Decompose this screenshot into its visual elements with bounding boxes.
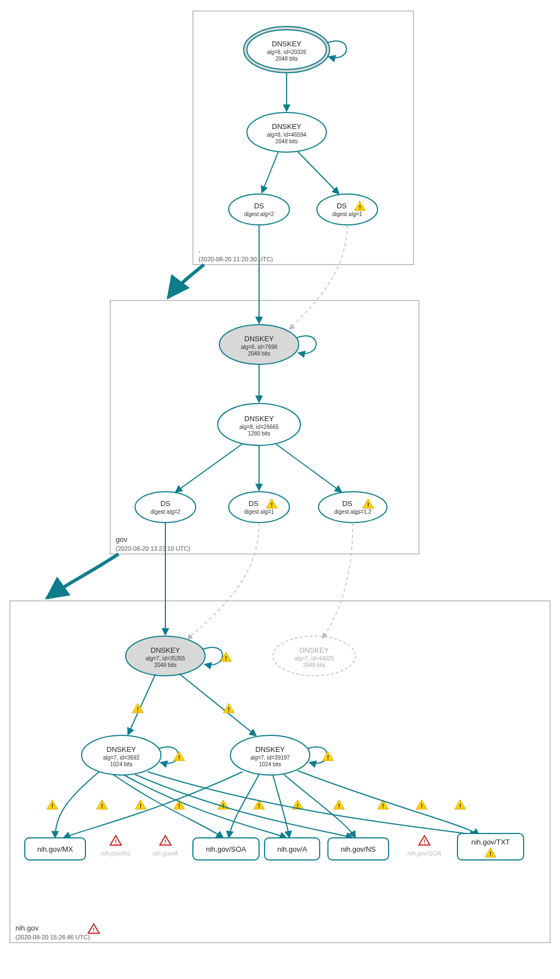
svg-text:2048 bits: 2048 bits <box>303 662 326 668</box>
svg-point-33 <box>319 492 387 523</box>
record-soa-ghost: nih.gov/SOA <box>407 836 441 857</box>
record-ns: nih.gov/NS <box>328 838 389 860</box>
svg-text:nih.gov/SOA: nih.gov/SOA <box>407 850 441 857</box>
svg-text:digest alg=1: digest alg=1 <box>332 211 363 217</box>
svg-text:2048 bits: 2048 bits <box>276 56 298 62</box>
err-icon <box>419 836 430 845</box>
svg-text:nih.gov/MX: nih.gov/MX <box>37 845 73 853</box>
svg-text:DNSKEY: DNSKEY <box>272 122 301 131</box>
svg-text:2048 bits: 2048 bits <box>276 138 298 144</box>
node-nih-zsk2: DNSKEY alg=7, id=39197 1024 bits <box>230 735 310 775</box>
node-root-ds2: DS digest alg=1 <box>317 194 378 225</box>
svg-text:digest alg=2: digest alg=2 <box>244 211 274 217</box>
svg-text:1024 bits: 1024 bits <box>259 761 282 767</box>
record-txt: nih.gov/TXT <box>457 833 524 860</box>
warn-icon <box>223 703 234 713</box>
svg-text:DNSKEY: DNSKEY <box>255 745 285 754</box>
svg-point-15 <box>317 194 378 225</box>
svg-text:nih.gov/A: nih.gov/A <box>153 850 178 857</box>
node-root-ds1: DS digest alg=2 <box>229 194 289 225</box>
err-icon <box>160 836 171 845</box>
svg-point-30 <box>229 492 289 523</box>
svg-text:DNSKEY: DNSKEY <box>150 646 180 654</box>
record-a: nih.gov/A <box>265 838 320 860</box>
svg-text:digest algs=1,2: digest algs=1,2 <box>334 509 371 515</box>
svg-text:DS: DS <box>160 499 170 508</box>
svg-text:alg=8, id=7698: alg=8, id=7698 <box>241 344 278 350</box>
err-icon <box>110 836 121 845</box>
zone-nih: nih.gov (2020-08-20 15:26:46 UTC) DNSKEY… <box>10 523 550 943</box>
svg-text:2048 bits: 2048 bits <box>154 662 177 668</box>
svg-text:DNSKEY: DNSKEY <box>244 415 274 423</box>
svg-text:alg=7, id=35355: alg=7, id=35355 <box>146 655 185 661</box>
edge-nih-ksk-self <box>203 647 223 665</box>
warn-icon <box>174 751 185 761</box>
svg-text:2048 bits: 2048 bits <box>248 351 271 357</box>
svg-text:1280 bits: 1280 bits <box>248 431 271 437</box>
svg-text:DS: DS <box>249 499 259 508</box>
node-nih-zsk1: DNSKEY alg=7, id=3692 1024 bits <box>82 735 161 775</box>
svg-text:DNSKEY: DNSKEY <box>299 646 329 654</box>
svg-text:digest alg=1: digest alg=1 <box>244 509 274 515</box>
record-ns-ghost: nih.gov/NS <box>101 836 131 857</box>
record-mx: nih.gov/MX <box>25 838 85 860</box>
node-nih-ksk: DNSKEY alg=7, id=35355 2048 bits <box>126 636 205 676</box>
record-soa: nih.gov/SOA <box>193 838 259 860</box>
svg-text:digest alg=2: digest alg=2 <box>150 509 181 515</box>
edge-gov-ksk-self <box>297 336 316 353</box>
edge-govds3-nihghost <box>322 523 353 638</box>
record-a-ghost: nih.gov/A <box>153 836 178 857</box>
node-nih-ghost: DNSKEY alg=7, id=44025 2048 bits <box>273 636 356 676</box>
svg-text:nih.gov/TXT: nih.gov/TXT <box>471 838 510 846</box>
edges-zsk1-records <box>55 772 477 838</box>
svg-text:alg=8, id=46594: alg=8, id=46594 <box>267 132 306 138</box>
svg-text:alg=8, id=26665: alg=8, id=26665 <box>239 424 279 430</box>
edge-gov-zsk-ds1 <box>175 444 243 492</box>
edge-rootds2-govksk <box>289 225 347 330</box>
zone-gov-label: gov <box>116 535 127 544</box>
node-gov-ds2: DS digest alg=1 <box>229 492 289 523</box>
edge-gov-zsk-ds3 <box>276 444 342 492</box>
warn-icon <box>322 751 333 761</box>
svg-text:nih.gov/A: nih.gov/A <box>277 845 308 853</box>
node-gov-ds1: DS digest alg=2 <box>135 492 196 523</box>
zone-nih-label: nih.gov <box>15 924 39 932</box>
svg-text:alg=8, id=20326: alg=8, id=20326 <box>267 49 306 55</box>
zone-root-ts: (2020-08-20 11:20:30 UTC) <box>198 256 273 262</box>
err-icon <box>88 924 99 933</box>
node-gov-ksk: DNSKEY alg=8, id=7698 2048 bits <box>219 325 299 364</box>
svg-text:nih.gov/SOA: nih.gov/SOA <box>206 845 246 853</box>
zone-root-label: . <box>198 246 201 254</box>
svg-text:DNSKEY: DNSKEY <box>106 745 136 754</box>
dnssec-graph: ! ! . (2020-08-20 11:20:30 UTC) DNSKEY a… <box>0 0 560 979</box>
zone-root: . (2020-08-20 11:20:30 UTC) DNSKEY alg=8… <box>193 11 413 265</box>
edge-root-zsk-ds1 <box>262 152 278 193</box>
svg-text:1024 bits: 1024 bits <box>110 761 133 767</box>
edges-zsk2-records <box>63 771 480 838</box>
svg-text:DS: DS <box>337 202 347 210</box>
zone-gov: gov (2020-08-20 13:23:10 UTC) DNSKEY alg… <box>110 225 419 554</box>
svg-text:nih.gov/NS: nih.gov/NS <box>341 845 376 853</box>
zone-nih-ts: (2020-08-20 15:26:46 UTC) <box>15 934 90 940</box>
svg-text:DNSKEY: DNSKEY <box>244 335 274 343</box>
node-root-zsk: DNSKEY alg=8, id=46594 2048 bits <box>247 112 326 152</box>
node-gov-ds3: DS digest algs=1,2 <box>319 492 387 523</box>
svg-text:alg=7, id=44025: alg=7, id=44025 <box>294 655 334 661</box>
zone-gov-ts: (2020-08-20 13:23:10 UTC) <box>116 545 190 552</box>
edge-delegation-root-gov <box>168 265 204 298</box>
edge-govds2-nihksk <box>187 523 259 639</box>
edge-root-zsk-ds2 <box>298 152 339 194</box>
svg-text:DS: DS <box>254 202 264 210</box>
edge-nihksk-zsk2 <box>179 674 256 736</box>
svg-text:alg=7, id=3692: alg=7, id=3692 <box>103 755 140 761</box>
svg-text:DNSKEY: DNSKEY <box>272 40 301 48</box>
svg-text:alg=7, id=39197: alg=7, id=39197 <box>250 755 290 761</box>
edge-delegation-gov-nih <box>47 554 119 598</box>
node-gov-zsk: DNSKEY alg=8, id=26665 1280 bits <box>218 404 300 445</box>
svg-text:DS: DS <box>342 499 352 508</box>
edge-nihksk-zsk1 <box>128 674 155 735</box>
node-root-ksk: DNSKEY alg=8, id=20326 2048 bits <box>244 26 330 73</box>
svg-text:nih.gov/NS: nih.gov/NS <box>101 850 131 857</box>
